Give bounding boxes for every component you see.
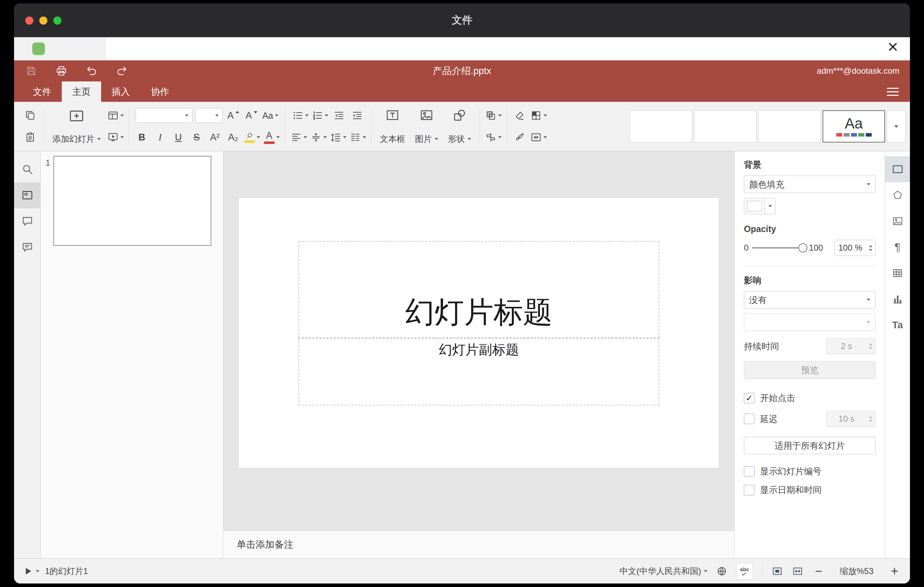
show-date-checkbox[interactable] (744, 485, 754, 495)
italic-button[interactable]: I (152, 128, 168, 147)
subscript-button[interactable]: A₂ (225, 128, 241, 147)
bold-button[interactable]: B (134, 128, 150, 147)
tab-insert[interactable]: 插入 (101, 81, 140, 102)
fit-to-width-button[interactable] (792, 566, 803, 577)
increase-font-button[interactable]: A (225, 106, 241, 125)
show-slide-number-checkbox[interactable] (744, 466, 754, 477)
insert-shape-button[interactable]: 形状 (444, 106, 475, 147)
image-settings-tab[interactable] (885, 208, 910, 234)
increase-indent-button[interactable] (349, 106, 365, 125)
numbered-list-button[interactable] (312, 106, 328, 125)
theme-thumbnail-selected[interactable]: Aa (823, 110, 885, 143)
spinner-up-icon[interactable] (869, 343, 873, 345)
save-button[interactable] (25, 64, 38, 77)
slide-thumbnail-selected[interactable] (53, 156, 211, 246)
superscript-button[interactable]: A² (207, 128, 223, 147)
delay-input[interactable]: 10 s (827, 411, 876, 427)
view-settings-button[interactable] (887, 81, 899, 102)
insert-text-box-button[interactable]: 文本框 (376, 106, 409, 147)
fit-to-slide-button[interactable] (772, 566, 783, 577)
table-settings-tab[interactable] (885, 260, 910, 286)
document-language-button[interactable] (716, 566, 727, 577)
opacity-input[interactable]: 100 % (834, 240, 876, 256)
slide-canvas[interactable]: 幻灯片标题 幻灯片副标题 (223, 151, 734, 531)
paragraph-settings-tab[interactable]: ¶ (885, 234, 910, 260)
bullet-list-button[interactable] (292, 106, 309, 125)
spinner-down-icon[interactable] (869, 420, 873, 422)
redo-button[interactable] (115, 64, 129, 77)
slides-panel-button[interactable] (14, 182, 40, 208)
line-spacing-button[interactable] (330, 128, 346, 147)
change-case-button[interactable]: Aa (262, 106, 279, 125)
opacity-slider[interactable] (752, 247, 805, 249)
slide-layout-button[interactable] (107, 106, 124, 125)
columns-button[interactable] (349, 128, 366, 147)
close-editor-button[interactable]: ✕ (887, 40, 899, 54)
print-button[interactable] (55, 64, 68, 77)
font-color-button[interactable]: A (263, 128, 280, 147)
theme-thumbnail[interactable] (630, 110, 692, 143)
color-picker-expand[interactable] (765, 198, 775, 214)
vertical-align-button[interactable] (310, 128, 327, 147)
spell-check-button[interactable]: abc (736, 563, 753, 580)
spinner-up-icon[interactable] (869, 245, 873, 247)
insert-image-button[interactable]: 图片 (411, 106, 442, 147)
decrease-indent-button[interactable] (331, 106, 346, 125)
align-shape-button[interactable] (485, 128, 502, 147)
apply-to-all-slides-button[interactable]: 适用于所有幻灯片 (744, 437, 876, 454)
undo-button[interactable] (85, 64, 98, 77)
font-name-select[interactable] (135, 108, 192, 123)
spinner-down-icon[interactable] (869, 347, 873, 349)
transition-type-select[interactable] (744, 313, 876, 331)
comments-button[interactable] (14, 208, 40, 234)
start-slideshow-button[interactable] (107, 128, 124, 147)
slide-thumbnails-panel[interactable]: 1 (41, 151, 223, 558)
fullscreen-traffic-light[interactable] (53, 16, 61, 25)
minimize-traffic-light[interactable] (39, 16, 48, 25)
copy-button[interactable] (22, 106, 39, 125)
slide-settings-tab[interactable] (885, 156, 910, 182)
theme-gallery-expand-button[interactable] (887, 110, 906, 143)
text-art-settings-tab[interactable]: Ta (885, 312, 910, 338)
font-size-select[interactable] (195, 108, 223, 123)
background-color-picker[interactable] (744, 198, 776, 214)
close-traffic-light[interactable] (25, 16, 33, 25)
zoom-out-button[interactable]: − (812, 564, 825, 579)
color-scheme-button[interactable] (530, 106, 547, 125)
start-slideshow-status-button[interactable] (23, 566, 39, 576)
strikethrough-button[interactable]: S (189, 128, 204, 147)
horizontal-align-button[interactable] (290, 128, 307, 147)
underline-button[interactable]: U (171, 128, 186, 147)
slide-size-button[interactable] (530, 128, 547, 147)
tab-collaboration[interactable]: 协作 (140, 81, 180, 102)
language-select[interactable]: 中文(中华人民共和国) (620, 566, 708, 577)
delay-checkbox[interactable] (744, 414, 754, 424)
zoom-in-button[interactable]: + (888, 564, 901, 579)
arrange-shape-button[interactable] (485, 106, 502, 125)
notes-area[interactable]: 单击添加备注 (223, 531, 734, 558)
highlight-color-button[interactable] (244, 128, 261, 147)
preview-button[interactable]: 预览 (744, 361, 876, 379)
chart-settings-tab[interactable] (885, 286, 910, 312)
spinner-down-icon[interactable] (869, 249, 873, 251)
subtitle-placeholder[interactable]: 幻灯片副标题 (299, 338, 659, 406)
title-placeholder[interactable]: 幻灯片标题 (299, 241, 659, 338)
theme-thumbnail[interactable] (758, 110, 821, 143)
decrease-font-button[interactable]: A (244, 106, 259, 125)
chat-button[interactable] (14, 234, 40, 260)
theme-thumbnail[interactable] (694, 110, 757, 143)
transition-effect-select[interactable]: 没有 (744, 291, 876, 308)
paste-button[interactable] (22, 128, 39, 147)
search-button[interactable] (14, 156, 40, 182)
tab-file[interactable]: 文件 (23, 81, 62, 102)
duration-input[interactable]: 2 s (827, 338, 876, 354)
background-fill-select[interactable]: 颜色填充 (744, 176, 876, 193)
clear-style-button[interactable] (512, 106, 527, 125)
add-slide-button[interactable]: 添加幻灯片 (49, 106, 104, 147)
spinner-up-icon[interactable] (869, 416, 873, 418)
opacity-slider-knob[interactable] (798, 243, 807, 252)
tab-home[interactable]: 主页 (62, 81, 101, 102)
copy-style-button[interactable] (512, 128, 527, 147)
start-on-click-checkbox[interactable]: ✓ (744, 393, 754, 403)
shape-settings-tab[interactable] (885, 182, 910, 208)
